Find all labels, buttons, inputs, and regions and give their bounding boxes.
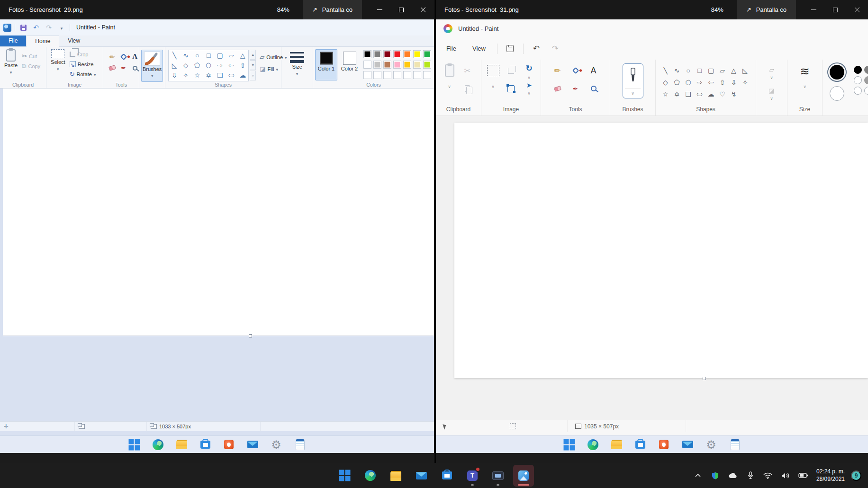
edge-icon[interactable] xyxy=(587,438,599,451)
crop-button[interactable]: Crop xyxy=(70,50,96,59)
size-button[interactable]: Size xyxy=(288,52,307,77)
taskbar-edge-button[interactable] xyxy=(360,465,380,487)
color-circle-swatch[interactable] xyxy=(854,76,862,84)
shape-rectangle-icon[interactable]: □ xyxy=(697,67,701,74)
windows-security-tray-icon[interactable] xyxy=(708,466,723,485)
store-icon[interactable] xyxy=(199,438,211,451)
taskbar-snipping-tool-button[interactable] xyxy=(488,465,508,487)
shape-five-point-star-icon[interactable]: ☆ xyxy=(662,91,669,98)
shape-oval-callout-icon[interactable]: ⬭ xyxy=(697,91,703,98)
flip-button[interactable] xyxy=(522,81,536,96)
redo-button[interactable] xyxy=(547,42,563,56)
palette-swatch[interactable] xyxy=(363,50,371,58)
shape-up-arrow-icon[interactable]: ⇧ xyxy=(720,79,725,86)
notification-count-badge[interactable]: 9 xyxy=(851,470,861,481)
resize-button[interactable]: Resize xyxy=(70,60,96,69)
shape-line-icon[interactable]: ╲ xyxy=(172,52,176,59)
tab-home[interactable]: Home xyxy=(26,35,59,47)
shape-polygon-icon[interactable]: ▱ xyxy=(720,67,725,74)
shape-down-arrow-icon[interactable]: ⇩ xyxy=(172,72,177,79)
color-circle-swatch[interactable] xyxy=(864,66,868,74)
color-circle-swatch[interactable] xyxy=(864,76,868,84)
shape-triangle-icon[interactable]: △ xyxy=(731,67,736,74)
minimize-button[interactable] xyxy=(803,0,824,19)
shape-rounded-callout-icon[interactable]: ❏ xyxy=(685,91,691,98)
palette-swatch[interactable] xyxy=(403,61,411,69)
taskbar-start-button[interactable] xyxy=(334,465,355,487)
hidden-icons-chevron[interactable] xyxy=(691,466,705,485)
shape-down-arrow-icon[interactable]: ⇩ xyxy=(731,79,737,86)
edge-icon[interactable] xyxy=(152,438,164,451)
battery-tray-icon[interactable] xyxy=(796,466,810,485)
tab-view[interactable]: View xyxy=(59,35,89,46)
palette-swatch[interactable] xyxy=(383,61,391,69)
size-button[interactable] xyxy=(798,64,812,79)
palette-swatch-empty[interactable] xyxy=(393,71,401,79)
palette-swatch[interactable] xyxy=(403,50,411,58)
shape-curve-icon[interactable]: ∿ xyxy=(674,67,680,74)
fill-tool[interactable] xyxy=(569,63,583,78)
taskbar-clock[interactable]: 02:24 p. m. 28/09/2021 xyxy=(814,468,848,483)
taskbar-store-button[interactable] xyxy=(436,465,457,487)
text-tool[interactable] xyxy=(587,63,601,78)
color-circle-swatch[interactable] xyxy=(854,66,862,74)
cut-button[interactable] xyxy=(461,63,475,78)
shape-diamond-icon[interactable]: ◇ xyxy=(183,62,189,69)
select-button[interactable]: Select xyxy=(48,49,68,81)
settings-icon[interactable] xyxy=(270,438,282,451)
save-button[interactable] xyxy=(18,23,28,32)
canvas-resize-handle[interactable] xyxy=(703,377,706,380)
paint-logo-icon[interactable] xyxy=(3,24,11,32)
shape-line-icon[interactable]: ╲ xyxy=(663,67,667,74)
paste-button[interactable] xyxy=(443,63,457,78)
color1-swatch[interactable] xyxy=(828,63,846,81)
tab-file[interactable]: File xyxy=(0,35,26,46)
color2-button[interactable]: Color 2 xyxy=(338,49,361,80)
brushes-button[interactable]: Brushes xyxy=(141,50,163,82)
start-icon[interactable] xyxy=(563,438,575,451)
select-button[interactable] xyxy=(486,63,500,78)
shape-heart-icon[interactable]: ♡ xyxy=(719,91,725,98)
file-explorer-icon[interactable] xyxy=(610,438,623,451)
shape-oval-icon[interactable]: ○ xyxy=(686,67,690,74)
magnifier-tool[interactable] xyxy=(130,63,140,73)
palette-swatch[interactable] xyxy=(373,61,381,69)
fill-button[interactable] xyxy=(765,87,779,101)
shape-right-triangle-icon[interactable]: ◺ xyxy=(172,62,177,69)
close-button[interactable] xyxy=(846,0,868,19)
taskbar-photos-button[interactable] xyxy=(513,465,534,487)
shape-left-arrow-icon[interactable]: ⇦ xyxy=(228,62,234,69)
shape-right-arrow-icon[interactable]: ⇨ xyxy=(697,79,703,86)
palette-swatch-empty[interactable] xyxy=(413,71,421,79)
shape-cloud-callout-icon[interactable]: ☁ xyxy=(239,72,246,79)
maximize-button[interactable] xyxy=(390,0,412,19)
paste-button[interactable]: Paste xyxy=(2,49,20,81)
shape-four-point-star-icon[interactable]: ✧ xyxy=(183,72,189,79)
text-tool[interactable] xyxy=(130,52,140,62)
canvas-resize-handle[interactable] xyxy=(249,334,252,337)
redo-button[interactable] xyxy=(44,23,54,32)
palette-swatch[interactable] xyxy=(413,50,421,58)
settings-icon[interactable] xyxy=(705,438,717,451)
mail-icon[interactable] xyxy=(246,438,259,451)
shape-up-arrow-icon[interactable]: ⇧ xyxy=(240,62,245,69)
copy-button[interactable] xyxy=(461,81,475,96)
menu-view[interactable]: View xyxy=(466,42,492,55)
canvas[interactable] xyxy=(454,123,868,378)
shape-rounded-rectangle-icon[interactable]: ▢ xyxy=(708,67,714,74)
notepad-icon[interactable] xyxy=(294,438,306,451)
palette-swatch[interactable] xyxy=(413,61,421,69)
shape-five-point-star-icon[interactable]: ☆ xyxy=(194,72,200,79)
palette-swatch-empty[interactable] xyxy=(403,71,411,79)
file-explorer-icon[interactable] xyxy=(175,438,188,451)
rotate-button[interactable]: Rotate xyxy=(70,70,96,79)
shape-hexagon-icon[interactable]: ⬡ xyxy=(206,62,211,69)
shape-curve-icon[interactable]: ∿ xyxy=(183,52,189,59)
shape-four-point-star-icon[interactable]: ✧ xyxy=(742,79,748,86)
palette-swatch-empty[interactable] xyxy=(383,71,391,79)
shape-lightning-icon[interactable]: ↯ xyxy=(731,91,737,98)
gallery-expand-button[interactable]: ▿ xyxy=(250,71,256,80)
taskbar-teams-button[interactable] xyxy=(462,465,483,487)
magnifier-tool[interactable] xyxy=(587,81,601,96)
color-circle-swatch[interactable] xyxy=(854,87,862,95)
